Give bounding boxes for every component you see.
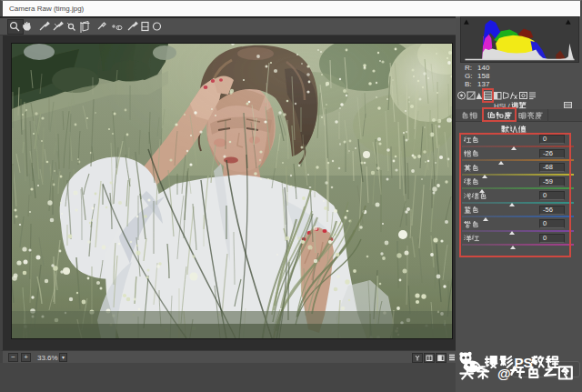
- svg-text:@: @: [497, 366, 511, 381]
